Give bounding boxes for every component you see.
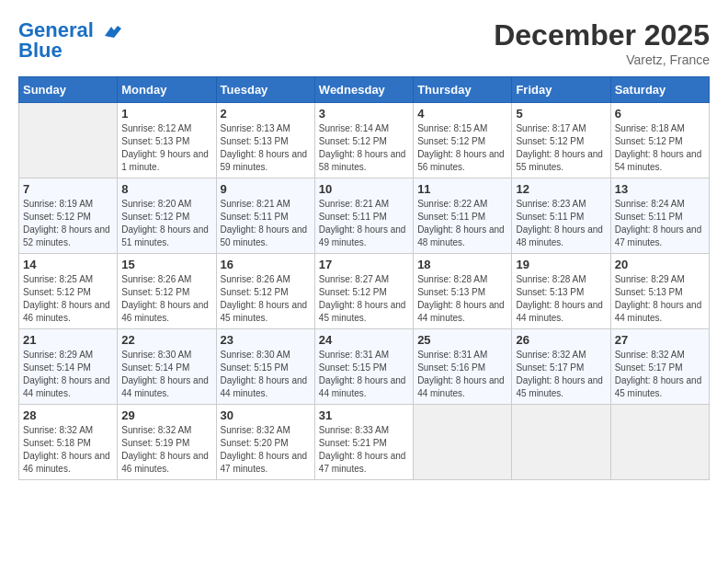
day-info: Sunrise: 8:12 AM Sunset: 5:13 PM Dayligh… bbox=[121, 122, 211, 174]
sunset-label: Sunset: 5:19 PM bbox=[121, 438, 189, 448]
daylight-label: Daylight: 8 hours and 44 minutes. bbox=[23, 375, 110, 398]
sunrise-label: Sunrise: 8:31 AM bbox=[417, 350, 487, 360]
sunrise-label: Sunrise: 8:22 AM bbox=[417, 199, 487, 209]
sunset-label: Sunset: 5:13 PM bbox=[121, 136, 189, 146]
table-cell: 7 Sunrise: 8:19 AM Sunset: 5:12 PM Dayli… bbox=[19, 178, 118, 254]
day-info: Sunrise: 8:33 AM Sunset: 5:21 PM Dayligh… bbox=[319, 424, 409, 476]
sunrise-label: Sunrise: 8:27 AM bbox=[319, 274, 389, 284]
month-title: December 2025 bbox=[494, 18, 710, 52]
sunset-label: Sunset: 5:16 PM bbox=[417, 362, 485, 373]
day-info: Sunrise: 8:21 AM Sunset: 5:11 PM Dayligh… bbox=[319, 198, 409, 249]
day-info: Sunrise: 8:30 AM Sunset: 5:15 PM Dayligh… bbox=[221, 349, 311, 400]
table-cell: 14 Sunrise: 8:25 AM Sunset: 5:12 PM Dayl… bbox=[19, 254, 118, 329]
sunrise-label: Sunrise: 8:28 AM bbox=[417, 274, 487, 284]
location: Varetz, France bbox=[494, 52, 710, 67]
sunrise-label: Sunrise: 8:18 AM bbox=[615, 123, 685, 133]
day-info: Sunrise: 8:17 AM Sunset: 5:12 PM Dayligh… bbox=[516, 122, 606, 174]
sunset-label: Sunset: 5:17 PM bbox=[516, 362, 584, 373]
sunset-label: Sunset: 5:12 PM bbox=[516, 136, 584, 146]
sunset-label: Sunset: 5:15 PM bbox=[221, 362, 289, 373]
daylight-label: Daylight: 8 hours and 50 minutes. bbox=[221, 224, 308, 247]
daylight-label: Daylight: 9 hours and 1 minute. bbox=[121, 149, 209, 172]
day-info: Sunrise: 8:32 AM Sunset: 5:20 PM Dayligh… bbox=[221, 424, 311, 476]
sunset-label: Sunset: 5:12 PM bbox=[221, 287, 289, 297]
day-number: 12 bbox=[516, 182, 606, 196]
header-wednesday: Wednesday bbox=[314, 77, 413, 103]
day-number: 22 bbox=[121, 333, 211, 347]
logo: General Blue bbox=[18, 18, 123, 63]
day-info: Sunrise: 8:21 AM Sunset: 5:11 PM Dayligh… bbox=[221, 198, 311, 249]
table-cell bbox=[610, 405, 709, 480]
table-cell: 25 Sunrise: 8:31 AM Sunset: 5:16 PM Dayl… bbox=[414, 329, 512, 405]
daylight-label: Daylight: 8 hours and 44 minutes. bbox=[417, 300, 505, 323]
day-number: 19 bbox=[516, 258, 606, 271]
sunset-label: Sunset: 5:11 PM bbox=[221, 212, 289, 222]
day-info: Sunrise: 8:29 AM Sunset: 5:13 PM Dayligh… bbox=[615, 273, 705, 325]
day-info: Sunrise: 8:30 AM Sunset: 5:14 PM Dayligh… bbox=[121, 349, 211, 400]
table-cell: 17 Sunrise: 8:27 AM Sunset: 5:12 PM Dayl… bbox=[314, 254, 413, 329]
table-cell: 23 Sunrise: 8:30 AM Sunset: 5:15 PM Dayl… bbox=[216, 329, 314, 405]
sunset-label: Sunset: 5:12 PM bbox=[319, 287, 387, 297]
day-number: 21 bbox=[23, 333, 113, 347]
sunset-label: Sunset: 5:15 PM bbox=[319, 362, 387, 373]
header-sunday: Sunday bbox=[19, 77, 118, 103]
daylight-label: Daylight: 8 hours and 48 minutes. bbox=[516, 224, 603, 247]
sunset-label: Sunset: 5:11 PM bbox=[319, 212, 387, 222]
day-number: 24 bbox=[319, 333, 409, 347]
sunrise-label: Sunrise: 8:30 AM bbox=[121, 350, 191, 360]
day-number: 16 bbox=[221, 258, 311, 271]
day-info: Sunrise: 8:26 AM Sunset: 5:12 PM Dayligh… bbox=[221, 273, 311, 325]
day-number: 31 bbox=[319, 408, 409, 422]
day-info: Sunrise: 8:25 AM Sunset: 5:12 PM Dayligh… bbox=[23, 273, 113, 325]
sunset-label: Sunset: 5:14 PM bbox=[23, 362, 91, 373]
sunset-label: Sunset: 5:13 PM bbox=[516, 287, 584, 297]
table-cell: 28 Sunrise: 8:32 AM Sunset: 5:18 PM Dayl… bbox=[19, 405, 118, 480]
sunset-label: Sunset: 5:11 PM bbox=[516, 212, 584, 222]
daylight-label: Daylight: 8 hours and 45 minutes. bbox=[516, 375, 603, 398]
day-number: 29 bbox=[121, 408, 211, 422]
day-number: 25 bbox=[417, 333, 507, 347]
day-number: 26 bbox=[516, 333, 606, 347]
sunset-label: Sunset: 5:21 PM bbox=[319, 438, 387, 448]
daylight-label: Daylight: 8 hours and 44 minutes. bbox=[221, 375, 308, 398]
sunrise-label: Sunrise: 8:33 AM bbox=[319, 425, 389, 435]
header-saturday: Saturday bbox=[610, 77, 709, 103]
daylight-label: Daylight: 8 hours and 45 minutes. bbox=[221, 300, 308, 323]
day-number: 10 bbox=[319, 182, 409, 196]
sunset-label: Sunset: 5:20 PM bbox=[221, 438, 289, 448]
day-number: 17 bbox=[319, 258, 409, 271]
daylight-label: Daylight: 8 hours and 44 minutes. bbox=[121, 375, 209, 398]
day-info: Sunrise: 8:19 AM Sunset: 5:12 PM Dayligh… bbox=[23, 198, 113, 249]
table-cell bbox=[19, 103, 118, 178]
table-cell: 9 Sunrise: 8:21 AM Sunset: 5:11 PM Dayli… bbox=[216, 178, 314, 254]
sunset-label: Sunset: 5:14 PM bbox=[121, 362, 189, 373]
table-cell: 22 Sunrise: 8:30 AM Sunset: 5:14 PM Dayl… bbox=[118, 329, 216, 405]
sunrise-label: Sunrise: 8:26 AM bbox=[221, 274, 290, 284]
day-info: Sunrise: 8:14 AM Sunset: 5:12 PM Dayligh… bbox=[319, 122, 409, 174]
day-number: 5 bbox=[516, 107, 606, 121]
day-number: 1 bbox=[121, 107, 211, 121]
day-info: Sunrise: 8:24 AM Sunset: 5:11 PM Dayligh… bbox=[615, 198, 705, 249]
sunset-label: Sunset: 5:11 PM bbox=[615, 212, 683, 222]
sunset-label: Sunset: 5:13 PM bbox=[417, 287, 485, 297]
table-cell: 12 Sunrise: 8:23 AM Sunset: 5:11 PM Dayl… bbox=[512, 178, 610, 254]
table-cell: 16 Sunrise: 8:26 AM Sunset: 5:12 PM Dayl… bbox=[216, 254, 314, 329]
table-cell bbox=[512, 405, 610, 480]
table-cell: 20 Sunrise: 8:29 AM Sunset: 5:13 PM Dayl… bbox=[610, 254, 709, 329]
daylight-label: Daylight: 8 hours and 55 minutes. bbox=[516, 149, 603, 172]
table-cell bbox=[414, 405, 512, 480]
table-cell: 11 Sunrise: 8:22 AM Sunset: 5:11 PM Dayl… bbox=[414, 178, 512, 254]
daylight-label: Daylight: 8 hours and 51 minutes. bbox=[121, 224, 209, 247]
sunset-label: Sunset: 5:13 PM bbox=[615, 287, 683, 297]
daylight-label: Daylight: 8 hours and 48 minutes. bbox=[417, 224, 505, 247]
day-info: Sunrise: 8:32 AM Sunset: 5:17 PM Dayligh… bbox=[615, 349, 705, 400]
daylight-label: Daylight: 8 hours and 47 minutes. bbox=[615, 224, 702, 247]
daylight-label: Daylight: 8 hours and 46 minutes. bbox=[121, 451, 209, 474]
day-info: Sunrise: 8:28 AM Sunset: 5:13 PM Dayligh… bbox=[417, 273, 507, 325]
sunrise-label: Sunrise: 8:21 AM bbox=[319, 199, 389, 209]
day-info: Sunrise: 8:22 AM Sunset: 5:11 PM Dayligh… bbox=[417, 198, 507, 249]
table-cell: 1 Sunrise: 8:12 AM Sunset: 5:13 PM Dayli… bbox=[118, 103, 216, 178]
week-row-1: 1 Sunrise: 8:12 AM Sunset: 5:13 PM Dayli… bbox=[19, 103, 710, 178]
sunrise-label: Sunrise: 8:32 AM bbox=[615, 350, 685, 360]
day-number: 30 bbox=[221, 408, 311, 422]
